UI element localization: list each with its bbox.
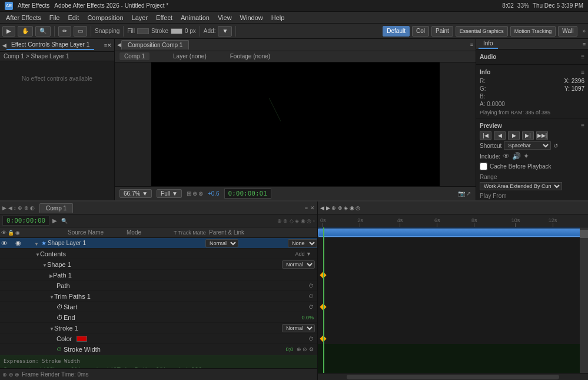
right-panel-tab[interactable]: Info — [479, 39, 498, 49]
play-btn[interactable]: ▶ — [508, 131, 520, 140]
camera-icon[interactable]: 📷 — [458, 190, 465, 197]
audio-expand[interactable]: ≡ — [581, 54, 584, 60]
include-audio[interactable]: 🔊 — [512, 152, 521, 160]
menu-layer[interactable]: Layer — [128, 13, 152, 22]
tab-motion-tracking[interactable]: Motion Tracking — [510, 26, 556, 37]
menu-effect[interactable]: Effect — [152, 13, 176, 22]
tl-search-icon[interactable]: 🔍 — [61, 218, 68, 224]
mode-select-1[interactable]: Normal — [205, 239, 238, 247]
path-stopwatch[interactable]: ⏱ — [308, 283, 314, 289]
scroll-thumb[interactable] — [347, 375, 559, 379]
shape-tool[interactable]: ▭ — [74, 26, 87, 37]
shortcut-icon[interactable]: ↺ — [553, 143, 558, 149]
layer-row-stroke-width[interactable]: ⏱ Stroke Width 0;0 ⊕ ⊙ ⚙ — [0, 344, 317, 355]
fill-label: Fill — [127, 28, 135, 34]
color-swatch-tl[interactable] — [77, 336, 87, 342]
range-select[interactable]: Work Area Extended By Current... — [480, 182, 562, 190]
hand-tool[interactable]: ✋ — [18, 26, 33, 37]
menu-edit[interactable]: Edit — [64, 13, 82, 22]
layer-row-path1[interactable]: Path 1 — [0, 270, 317, 280]
next-frame-btn[interactable]: ▶| — [522, 131, 534, 140]
composition-tab[interactable]: Composition Comp 1 — [121, 40, 189, 49]
tab-paint[interactable]: Paint — [431, 26, 453, 37]
last-frame-btn[interactable]: ▶▶| — [536, 131, 548, 140]
info-b-row: B: — [480, 92, 584, 100]
menu-after-effects[interactable]: After Effects — [2, 13, 45, 22]
prev-frame-btn[interactable]: ◀ — [494, 131, 506, 140]
snapping-label: Snapping — [95, 28, 119, 34]
shape1-expand[interactable] — [42, 261, 47, 268]
info-expand[interactable]: ≡ — [581, 69, 584, 75]
pen-tool[interactable]: ✏ — [58, 26, 71, 37]
menu-file[interactable]: File — [46, 13, 64, 22]
end-stopwatch[interactable]: ⏱ — [57, 314, 64, 321]
tl-play[interactable]: ▶ — [51, 217, 59, 224]
include-eye[interactable]: 👁 — [503, 152, 510, 160]
layer-row-end[interactable]: ⏱ End 0.0% — [0, 312, 317, 323]
shape1-mode-select[interactable]: Normal — [282, 260, 315, 269]
layer-solo-1[interactable]: ◉ — [15, 239, 22, 247]
panel-close-icon[interactable]: ✕ — [107, 42, 112, 48]
layer-row-color[interactable]: Color ⏱ — [0, 333, 317, 344]
tl-close[interactable]: ✕ — [310, 205, 315, 211]
layer-row-start[interactable]: ⏱ Start ⏱ — [0, 302, 317, 312]
tl-time[interactable]: 0;00;00;00 — [2, 216, 49, 226]
layer-row-stroke1[interactable]: Stroke 1 Normal — [0, 323, 317, 333]
time-display-preview[interactable]: 0;00;00;01 — [224, 189, 271, 199]
color-stopwatch[interactable]: ⏱ — [308, 336, 314, 342]
cache-checkbox[interactable] — [480, 163, 487, 170]
tl-menu[interactable]: ≡ — [305, 205, 308, 211]
menu-animation[interactable]: Animation — [177, 13, 213, 22]
layer-eye-1[interactable]: 👁 — [0, 240, 8, 247]
stroke1-mode-select[interactable]: Normal — [282, 324, 315, 332]
start-stop-icon[interactable]: ⏱ — [57, 303, 64, 310]
stroke-swatch[interactable] — [171, 28, 182, 34]
selection-tool[interactable]: ▶ — [2, 26, 15, 37]
add-btn-tl[interactable]: Add ▼ — [295, 251, 311, 257]
alpha-icon[interactable]: ⊗ — [198, 190, 203, 197]
layer-expand-1[interactable] — [34, 240, 39, 247]
tab-default[interactable]: Default — [383, 26, 410, 37]
layer-row-shape1[interactable]: 👁 ◉ ★ Shape Layer 1 Normal None — [0, 238, 317, 249]
trim-stopwatch[interactable]: ⏱ — [308, 293, 314, 299]
right-panel-menu[interactable]: ≡ — [583, 41, 586, 47]
menu-window[interactable]: Window — [237, 13, 267, 22]
range-value: Work Area Extended By Current... — [480, 182, 584, 190]
start-stopwatch[interactable]: ⏱ — [308, 304, 314, 310]
zoom-tool[interactable]: 🔍 — [35, 26, 51, 37]
menu-composition[interactable]: Composition — [84, 13, 127, 22]
grid-icon[interactable]: ⊞ — [187, 190, 191, 197]
snap-icon[interactable]: ⊕ — [192, 190, 197, 197]
preview-expand[interactable]: ≡ — [581, 123, 584, 129]
comp-menu-icon[interactable]: ≡ — [470, 42, 473, 48]
effect-controls-tab[interactable]: Effect Controls Shape Layer 1 — [6, 40, 94, 50]
zoom-control[interactable]: 66.7% ▼ — [119, 189, 152, 198]
add-btn[interactable]: ▼ — [218, 26, 232, 37]
menu-view[interactable]: View — [214, 13, 235, 22]
parent-select-1[interactable]: None — [288, 239, 317, 247]
tab-essential[interactable]: Essential Graphics — [456, 26, 508, 37]
playhead[interactable] — [323, 227, 324, 373]
trim-expand[interactable] — [49, 293, 54, 300]
layer-row-shape1-group[interactable]: Shape 1 Normal — [0, 259, 317, 270]
tab-col[interactable]: Col — [412, 26, 429, 37]
include-effects[interactable]: ✦ — [523, 152, 529, 160]
fill-swatch[interactable] — [137, 28, 149, 34]
tab-wall[interactable]: Wall — [558, 26, 577, 37]
tl-bar-shape1[interactable] — [318, 229, 585, 237]
shortcut-select[interactable]: Spacebar — [504, 141, 551, 150]
contents-expand[interactable] — [35, 250, 40, 257]
expand-icon[interactable]: » — [582, 28, 586, 34]
first-frame-btn[interactable]: |◀ — [480, 131, 491, 140]
layer-row-path[interactable]: Path ⏱ — [0, 280, 317, 291]
sw-stopwatch[interactable]: ⏱ — [57, 346, 64, 352]
stroke1-expand[interactable] — [49, 325, 54, 332]
menu-help[interactable]: Help — [268, 13, 288, 22]
tl-scrollbar[interactable] — [318, 373, 588, 380]
quality-control[interactable]: Full ▼ — [157, 189, 182, 198]
share-icon[interactable]: ↗ — [466, 190, 471, 197]
tl-end-marker[interactable] — [580, 230, 588, 238]
layer-row-trim[interactable]: Trim Paths 1 ⏱ — [0, 291, 317, 302]
comp1-tab[interactable]: Comp 1 — [39, 203, 73, 213]
layer-row-contents[interactable]: Contents Add ▼ — [0, 249, 317, 259]
